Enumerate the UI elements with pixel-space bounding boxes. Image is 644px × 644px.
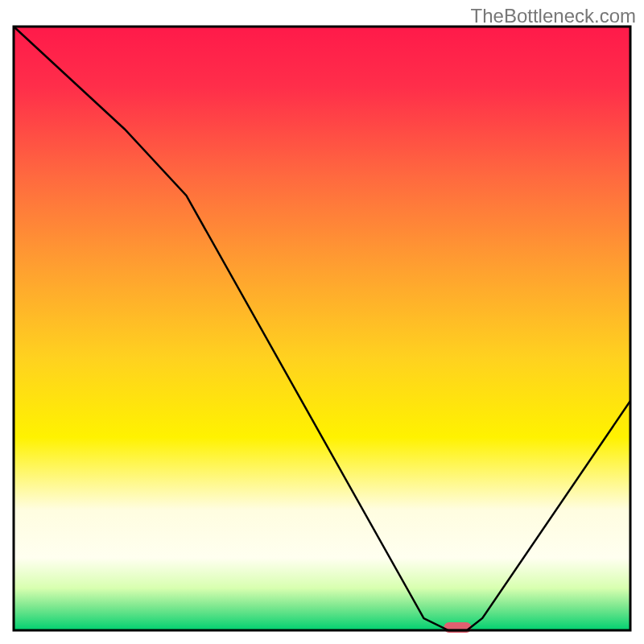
chart-svg — [0, 0, 644, 644]
chart-container: TheBottleneck.com — [0, 0, 644, 644]
watermark-text: TheBottleneck.com — [471, 5, 636, 27]
plot-background — [14, 27, 630, 630]
